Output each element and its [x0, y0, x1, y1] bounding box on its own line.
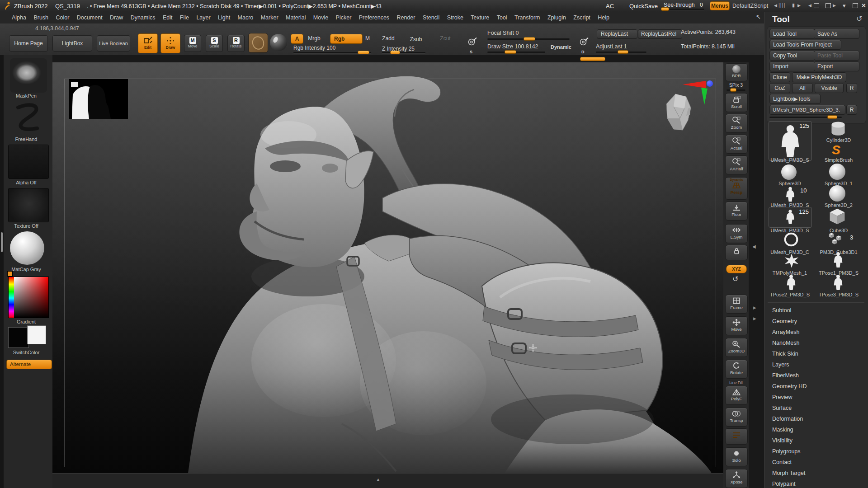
- menu-item-dynamics[interactable]: Dynamics: [131, 14, 156, 21]
- mrgb-button[interactable]: Mrgb: [306, 34, 323, 42]
- z-intensity-slider[interactable]: [382, 52, 425, 53]
- section-deformation[interactable]: Deformation: [772, 416, 863, 422]
- zoom-button[interactable]: Zoom: [725, 114, 748, 133]
- section-subtool[interactable]: Subtool: [772, 307, 863, 314]
- section-morph-target[interactable]: Morph Target: [772, 470, 863, 476]
- menu-item-picker[interactable]: Picker: [336, 14, 352, 21]
- save-as-button[interactable]: Save As: [814, 29, 859, 39]
- menu-item-color[interactable]: Color: [56, 14, 69, 21]
- orc-sculpt-model[interactable]: [52, 62, 723, 473]
- color-picker[interactable]: [8, 277, 49, 318]
- polyf-button[interactable]: PolyF: [725, 386, 748, 405]
- import-button[interactable]: Import: [769, 61, 815, 71]
- dynamic-label[interactable]: Dynamic: [551, 44, 571, 50]
- actual-button[interactable]: Actual: [725, 135, 748, 154]
- draw-size-slider[interactable]: [487, 52, 545, 53]
- ac-button[interactable]: AC: [606, 3, 614, 9]
- scroll-button[interactable]: Scroll: [725, 93, 748, 112]
- xyz-button[interactable]: XYZ: [726, 265, 747, 273]
- edit-button[interactable]: Edit: [138, 33, 158, 53]
- m-button[interactable]: M: [363, 34, 372, 42]
- window-stack2-icon[interactable]: [826, 3, 831, 8]
- transp-button[interactable]: Transp: [725, 408, 748, 427]
- tool-thumb-label[interactable]: UMesh_PM3D_S: [766, 157, 814, 163]
- camera-head-gizmo[interactable]: [658, 90, 693, 136]
- adjust-last-slider[interactable]: [596, 52, 646, 53]
- section-layers[interactable]: Layers: [772, 361, 863, 368]
- active-tool-thumbnail[interactable]: 125: [769, 121, 812, 161]
- sphere3d-thumbnail[interactable]: [781, 164, 797, 180]
- dynamic-mode-button[interactable]: [725, 428, 748, 445]
- section-preview[interactable]: Preview: [772, 394, 863, 400]
- redo-history-right-icon[interactable]: ▶: [797, 3, 801, 8]
- lightbox-button[interactable]: LightBox: [52, 35, 92, 52]
- menus-button[interactable]: Menus: [710, 1, 730, 10]
- secondary-color-swatch[interactable]: [27, 325, 46, 344]
- persp-button[interactable]: Dynamic Persp: [725, 177, 748, 200]
- home-page-button[interactable]: Home Page: [9, 35, 48, 52]
- document-preview-thumbnail[interactable]: [69, 79, 128, 119]
- floor-button[interactable]: Floor: [725, 202, 748, 221]
- menu-item-zscript[interactable]: Zscript: [573, 14, 590, 21]
- menu-item-render[interactable]: Render: [396, 14, 415, 21]
- undo-history-left-icon[interactable]: ◀: [774, 3, 777, 8]
- menu-item-macro[interactable]: Macro: [238, 14, 254, 21]
- tool-thumb-label[interactable]: TPose3_PM3D_S: [813, 292, 864, 297]
- next-document-icon[interactable]: ▶: [833, 3, 836, 8]
- section-geometry-hd[interactable]: Geometry HD: [772, 383, 863, 389]
- hue-strip[interactable]: [9, 277, 14, 318]
- replay-last-button[interactable]: ReplayLast: [597, 29, 637, 39]
- tpose1-thumbnail[interactable]: [832, 251, 844, 268]
- rotate-3d-button[interactable]: Rotate: [725, 360, 748, 379]
- menu-item-light[interactable]: Light: [218, 14, 230, 21]
- focal-shift-slider[interactable]: [487, 38, 570, 40]
- lock-button[interactable]: [725, 245, 748, 260]
- section-fibermesh[interactable]: FiberMesh: [772, 372, 863, 379]
- reset-orientation-icon[interactable]: ↺: [732, 275, 738, 283]
- section-thick-skin[interactable]: Thick Skin: [772, 351, 863, 357]
- tpose2-thumbnail[interactable]: [785, 274, 797, 291]
- cylinder3d-thumbnail[interactable]: [827, 120, 849, 138]
- zoom3d-button[interactable]: Zoom3D: [725, 338, 748, 357]
- tool-thumb-label[interactable]: TPose2_PM3D_S: [766, 292, 814, 297]
- close-icon[interactable]: ×: [862, 1, 866, 9]
- goz-r-button[interactable]: R: [846, 83, 857, 93]
- texture-selector[interactable]: [8, 188, 49, 222]
- current-color-swatch[interactable]: [7, 271, 13, 277]
- alternate-button[interactable]: Alternate: [6, 360, 52, 369]
- lightbox-tools-button[interactable]: Lightbox▶Tools: [769, 94, 821, 104]
- active-tool-r-button[interactable]: R: [846, 105, 857, 115]
- section-arraymesh[interactable]: ArrayMesh: [772, 329, 863, 335]
- tool-panel-title[interactable]: Tool: [772, 14, 790, 24]
- section-visibility[interactable]: Visibility: [772, 437, 863, 444]
- load-tool-button[interactable]: Load Tool: [769, 29, 815, 39]
- make-polymesh3d-button[interactable]: Make PolyMesh3D: [792, 72, 846, 82]
- undo-history-bars-icon[interactable]: ||||: [778, 2, 785, 8]
- menu-item-marker[interactable]: Marker: [261, 14, 278, 21]
- sphere3d-2-thumbnail[interactable]: [829, 185, 845, 202]
- menu-item-movie[interactable]: Movie: [313, 14, 328, 21]
- menu-item-document[interactable]: Document: [77, 14, 103, 21]
- section-nanomesh[interactable]: NanoMesh: [772, 340, 863, 346]
- load-tools-from-project-button[interactable]: Load Tools From Project: [769, 40, 841, 50]
- section-polypaint[interactable]: Polypaint: [772, 481, 863, 487]
- window-stack-icon[interactable]: [814, 3, 819, 8]
- anchor-a-button[interactable]: A: [291, 34, 303, 44]
- all-button[interactable]: All: [792, 83, 813, 93]
- menu-item-stencil[interactable]: Stencil: [423, 14, 440, 21]
- current-material-preview[interactable]: [270, 34, 287, 51]
- active-tool-slider[interactable]: [769, 117, 842, 118]
- prev-document-icon[interactable]: ◀: [808, 3, 811, 8]
- adjust-brush-icon[interactable]: D: [579, 37, 593, 52]
- expand-panel2-icon[interactable]: ▶: [753, 316, 756, 321]
- rgb-button[interactable]: Rgb: [330, 34, 363, 44]
- z-axis-dot-icon[interactable]: [707, 80, 713, 87]
- zsub-button[interactable]: Zsub: [407, 35, 425, 43]
- section-contact[interactable]: Contact: [772, 459, 863, 465]
- menu-item-material[interactable]: Material: [286, 14, 306, 21]
- tpose3-thumbnail[interactable]: [832, 274, 844, 291]
- menu-item-draw[interactable]: Draw: [110, 14, 123, 21]
- menu-item-alpha[interactable]: Alpha: [12, 14, 26, 21]
- scale-button[interactable]: S Scale: [206, 35, 223, 52]
- menu-item-zplugin[interactable]: Zplugin: [547, 14, 566, 21]
